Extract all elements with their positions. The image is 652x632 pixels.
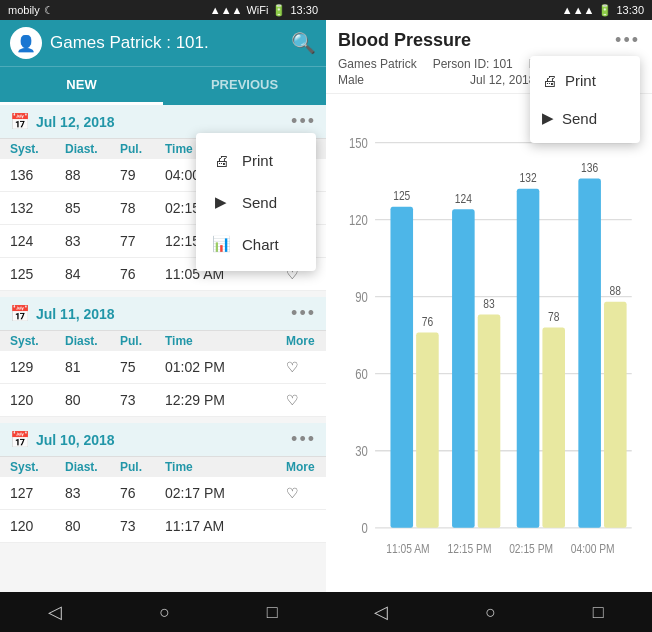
popup-send[interactable]: ▶ Send xyxy=(196,181,316,223)
bp-popup-print[interactable]: 🖨 Print xyxy=(530,62,640,99)
time-val: 11:17 AM xyxy=(165,518,286,534)
send-icon: ▶ xyxy=(210,191,232,213)
diast-val: 85 xyxy=(65,200,120,216)
heart-icon[interactable]: ♡ xyxy=(286,392,316,408)
bar-diast-1 xyxy=(416,333,439,528)
svg-text:88: 88 xyxy=(610,283,621,297)
col-syst-1: Syst. xyxy=(10,142,65,156)
date-label-2: Jul 11, 2018 xyxy=(36,306,115,322)
signal-icon-right: ▲▲▲ xyxy=(562,4,595,16)
diast-val: 81 xyxy=(65,359,120,375)
syst-val: 129 xyxy=(10,359,65,375)
avatar: 👤 xyxy=(10,27,42,59)
more-dots-1[interactable]: ••• xyxy=(291,111,316,132)
svg-text:12:15 PM: 12:15 PM xyxy=(448,541,492,555)
col-time-2: Time xyxy=(165,334,286,348)
syst-val: 132 xyxy=(10,200,65,216)
bp-print-label: Print xyxy=(565,72,596,89)
pul-val: 77 xyxy=(120,233,165,249)
back-button-right[interactable]: ◁ xyxy=(374,601,388,623)
calendar-icon-1: 📅 xyxy=(10,112,30,131)
date-label-1: Jul 12, 2018 xyxy=(36,114,115,130)
col-diast-3: Diast. xyxy=(65,460,120,474)
diast-val: 80 xyxy=(65,518,120,534)
battery-icon: 🔋 xyxy=(272,4,286,17)
back-button-left[interactable]: ◁ xyxy=(48,601,62,623)
home-button-left[interactable]: ○ xyxy=(159,602,170,623)
heart-icon[interactable]: ♡ xyxy=(286,485,316,501)
popup-print-label: Print xyxy=(242,152,273,169)
svg-text:76: 76 xyxy=(422,314,433,328)
bp-chart: 0 30 60 90 120 150 125 76 124 83 xyxy=(334,104,642,592)
popup-print[interactable]: 🖨 Print xyxy=(196,139,316,181)
col-headers-3: Syst. Diast. Pul. Time More xyxy=(0,457,326,477)
chart-icon: 📊 xyxy=(210,233,232,255)
table-row: 127 83 76 02:17 PM ♡ xyxy=(0,477,326,510)
col-syst-3: Syst. xyxy=(10,460,65,474)
diast-val: 84 xyxy=(65,266,120,282)
page-title: Games Patrick : 101. xyxy=(50,33,209,53)
signal-icon: ▲▲▲ xyxy=(210,4,243,16)
search-icon[interactable]: 🔍 xyxy=(291,31,316,55)
col-syst-2: Syst. xyxy=(10,334,65,348)
syst-val: 125 xyxy=(10,266,65,282)
svg-text:132: 132 xyxy=(519,170,536,184)
table-row: 120 80 73 11:17 AM xyxy=(0,510,326,543)
print-icon-bp: 🖨 xyxy=(542,72,557,89)
recents-button-right[interactable]: □ xyxy=(593,602,604,623)
popup-chart[interactable]: 📊 Chart xyxy=(196,223,316,265)
more-dots-2[interactable]: ••• xyxy=(291,303,316,324)
person-id: Person ID: 101 xyxy=(433,57,513,71)
svg-text:120: 120 xyxy=(349,211,368,228)
pul-val: 75 xyxy=(120,359,165,375)
bar-syst-2 xyxy=(452,209,475,527)
pul-val: 76 xyxy=(120,266,165,282)
col-pul-3: Pul. xyxy=(120,460,165,474)
syst-val: 124 xyxy=(10,233,65,249)
bar-diast-3 xyxy=(542,327,565,527)
bp-popup-send[interactable]: ▶ Send xyxy=(530,99,640,137)
recents-button-left[interactable]: □ xyxy=(267,602,278,623)
pul-val: 73 xyxy=(120,518,165,534)
status-bar-left: mobily ☾ ▲▲▲ WiFi 🔋 13:30 xyxy=(0,0,326,20)
bar-syst-4 xyxy=(578,178,601,527)
heart-icon[interactable]: ♡ xyxy=(286,359,316,375)
bp-more-dots[interactable]: ••• xyxy=(615,30,640,51)
tab-previous[interactable]: PREVIOUS xyxy=(163,67,326,105)
print-icon: 🖨 xyxy=(210,149,232,171)
diast-val: 80 xyxy=(65,392,120,408)
home-button-right[interactable]: ○ xyxy=(485,602,496,623)
bar-syst-3 xyxy=(517,189,540,528)
pul-val: 76 xyxy=(120,485,165,501)
calendar-icon-2: 📅 xyxy=(10,304,30,323)
time-val: 02:17 PM xyxy=(165,485,286,501)
birthdate-val: Jul 12, 2018 xyxy=(470,73,535,87)
more-dots-3[interactable]: ••• xyxy=(291,429,316,450)
col-pul-2: Pul. xyxy=(120,334,165,348)
svg-text:125: 125 xyxy=(393,188,410,202)
date-group-3: 📅 Jul 10, 2018 ••• xyxy=(0,423,326,457)
col-diast-1: Diast. xyxy=(65,142,120,156)
bar-diast-2 xyxy=(478,315,501,528)
svg-text:0: 0 xyxy=(362,520,368,537)
svg-text:150: 150 xyxy=(349,134,368,151)
status-bar-right: ▲▲▲ 🔋 13:30 xyxy=(326,0,652,20)
svg-text:60: 60 xyxy=(355,366,368,383)
bp-title: Blood Pressure xyxy=(338,30,640,51)
col-time-3: Time xyxy=(165,460,286,474)
col-headers-2: Syst. Diast. Pul. Time More xyxy=(0,331,326,351)
svg-text:02:15 PM: 02:15 PM xyxy=(509,541,553,555)
header-left: 👤 Games Patrick : 101. xyxy=(10,27,209,59)
app-header: 👤 Games Patrick : 101. 🔍 xyxy=(0,20,326,66)
diast-val: 83 xyxy=(65,485,120,501)
svg-text:04:00 PM: 04:00 PM xyxy=(571,541,615,555)
popup-send-label: Send xyxy=(242,194,277,211)
svg-text:136: 136 xyxy=(581,160,598,174)
tab-new[interactable]: NEW xyxy=(0,67,163,105)
svg-text:30: 30 xyxy=(355,443,368,460)
patient-name: Games Patrick xyxy=(338,57,417,71)
table-row: 129 81 75 01:02 PM ♡ xyxy=(0,351,326,384)
nav-bar-left: ◁ ○ □ xyxy=(0,592,326,632)
popup-chart-label: Chart xyxy=(242,236,279,253)
table-row: 120 80 73 12:29 PM ♡ xyxy=(0,384,326,417)
